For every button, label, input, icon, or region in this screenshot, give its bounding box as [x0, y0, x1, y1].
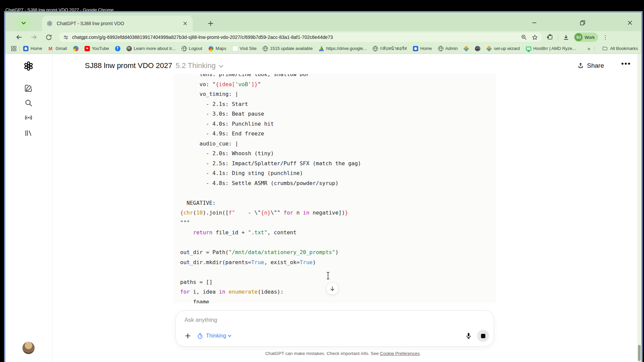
message-input[interactable]: Ask anything: [184, 317, 217, 323]
code-line: lens: prime/cine look, shallow DoF: [180, 74, 361, 79]
bookmark-label: YouTube: [92, 46, 109, 51]
bookmark-item[interactable]: set-up wizard: [486, 46, 520, 51]
window-close-button[interactable]: [624, 18, 636, 28]
bookmark-item[interactable]: Maps: [208, 46, 226, 51]
bookmarks-overflow-button[interactable]: »: [588, 46, 590, 51]
bookmark-item[interactable]: Home: [23, 46, 42, 51]
sidebar-item-search[interactable]: [22, 96, 35, 110]
restore-icon: [580, 20, 585, 25]
share-icon: [577, 62, 584, 69]
tab-close-icon[interactable]: [182, 20, 188, 26]
globe-icon: [263, 46, 268, 51]
bookmark-item[interactable]: [464, 46, 469, 51]
bookmark-label: Learn more about tr...: [134, 46, 175, 51]
arrow-right-icon: [30, 34, 38, 41]
app-blue-icon: [23, 46, 29, 51]
sidebar-item-logo[interactable]: [22, 59, 35, 73]
profile-chip[interactable]: SJ Work: [574, 33, 598, 42]
bookmark-label: set-up wizard: [494, 46, 520, 51]
window-restore-button[interactable]: [577, 18, 588, 28]
pinwheel-icon: [73, 46, 78, 51]
site-settings-icon[interactable]: [63, 35, 69, 40]
stop-icon: [481, 334, 485, 338]
chatgpt-sidebar: [5, 54, 53, 362]
forward-button[interactable]: [30, 33, 38, 42]
maps-icon: [208, 45, 214, 52]
attach-button[interactable]: [182, 330, 194, 342]
code-line: out_dir = Path("/mnt/data/stationery_20_…: [180, 247, 361, 257]
bookmarks-bar: HomeGmailYouTubeLearn more about tr...Lo…: [5, 43, 641, 54]
conversation-menu-icon[interactable]: •••: [621, 59, 631, 68]
stop-generating-button[interactable]: [477, 330, 489, 342]
apps-grid-icon[interactable]: [11, 46, 17, 52]
plus-icon: [184, 332, 192, 340]
browser-tab[interactable]: ChatGPT - SJ88 lnw promt VDO: [42, 16, 193, 31]
sidebar-item-new-chat[interactable]: [22, 81, 35, 95]
bookmark-label: HostBrr | AMD Ryze...: [533, 46, 576, 51]
download-icon[interactable]: [562, 34, 570, 41]
bookmark-item[interactable]: https://drive.google...: [319, 46, 367, 51]
gem-icon: [486, 46, 492, 52]
bookmark-label: 1515 update available: [270, 46, 313, 51]
code-line: audio_cue: |: [180, 139, 361, 149]
bookmark-item[interactable]: [475, 46, 480, 51]
chatgpt-page: SJ88 lnw promt VDO 2027 5.2 Thinking Sha…: [5, 54, 641, 362]
page-scrollbar[interactable]: [637, 54, 641, 362]
voice-waves-icon: [24, 113, 33, 122]
code-content: lens: prime/cine look, shallow DoF vo: "…: [180, 74, 361, 303]
close-icon: [627, 20, 633, 25]
code-line: fname: [180, 297, 361, 304]
bookmarks-list: HomeGmailYouTubeLearn more about tr...Lo…: [23, 45, 585, 52]
bookmark-item[interactable]: Gmail: [48, 46, 67, 51]
bookmark-star-icon[interactable]: [532, 34, 538, 41]
gem-icon: [464, 46, 470, 52]
code-line: return file_id + ".txt", content: [180, 228, 361, 238]
bookmark-item[interactable]: YouTube: [85, 46, 109, 51]
conversation-title-dropdown[interactable]: SJ88 lnw promt VDO 2027 5.2 Thinking: [85, 61, 223, 70]
url-text[interactable]: chatgpt.com/g/g-6992efdd4038819917404999…: [72, 35, 518, 40]
share-button[interactable]: Share: [577, 62, 604, 69]
bookmark-item[interactable]: Learn more about tr...: [126, 46, 175, 51]
zoom-icon[interactable]: [521, 34, 527, 40]
bookmark-item[interactable]: HostBrr | AMD Ryze...: [526, 46, 576, 51]
new-tab-button[interactable]: [206, 19, 215, 28]
cookie-preferences-link[interactable]: Cookie Preferences: [380, 351, 420, 356]
code-line: - 2.1s: Start: [180, 99, 361, 109]
code-line: [180, 238, 361, 248]
browser-menu-icon[interactable]: ⋮: [602, 34, 608, 41]
bookmark-item[interactable]: Visit Site: [232, 46, 257, 51]
url-bar[interactable]: chatgpt.com/g/g-6992efdd4038819917404999…: [59, 33, 542, 42]
extensions-icon[interactable]: [547, 34, 553, 41]
code-line: - 4.0s: Punchline hit: [180, 119, 361, 129]
code-line: vo_timing: |: [180, 89, 361, 99]
reload-button[interactable]: [44, 33, 53, 42]
scroll-to-bottom-button[interactable]: [326, 282, 339, 295]
sidebar-item-library[interactable]: [22, 126, 35, 140]
stopwatch-icon: [197, 333, 204, 340]
tab-search-button[interactable]: [17, 17, 30, 29]
bookmark-label: Home: [420, 46, 432, 51]
bookmark-item[interactable]: [115, 46, 120, 51]
openai-logo-icon: [23, 61, 34, 71]
facebook-icon: [115, 46, 120, 51]
screen: ChatGPT - SJ88 lnw promt VDO 2027 - Goog…: [0, 0, 644, 362]
back-button[interactable]: [15, 33, 23, 42]
code-line: out_dir.mkdir(parents=True, exist_ok=Tru…: [180, 257, 361, 267]
bookmark-item[interactable]: [73, 46, 78, 51]
tab-title: ChatGPT - SJ88 lnw promt VDO: [57, 21, 179, 26]
window-minimize-button[interactable]: [529, 18, 540, 28]
globe-icon: [181, 46, 187, 51]
dictate-button[interactable]: [463, 330, 474, 342]
bookmark-item[interactable]: กลับหน้าตอร์ส: [373, 45, 407, 52]
bookmark-item[interactable]: 1515 update available: [263, 46, 313, 51]
code-line: - 4.9s: End freeze: [180, 129, 361, 139]
all-bookmarks-button[interactable]: All Bookmarks: [602, 46, 638, 51]
bookmark-item[interactable]: Admin: [438, 46, 458, 51]
user-avatar[interactable]: [22, 342, 35, 354]
sidebar-item-voice[interactable]: [22, 111, 35, 124]
scrollbar-thumb[interactable]: [638, 345, 641, 361]
bookmark-item[interactable]: Home: [413, 46, 432, 51]
bookmark-item[interactable]: Logout: [181, 46, 202, 51]
thinking-mode-button[interactable]: Thinking: [197, 333, 231, 340]
blank-icon: [232, 46, 238, 51]
